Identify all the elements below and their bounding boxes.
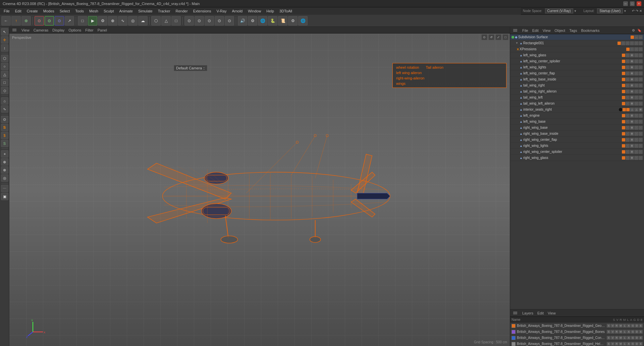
layer-item-3[interactable]: British_Airways_Boeing_787-8_Dreamliner_… (510, 341, 644, 346)
obj-item-tail_wing_right_aileron[interactable]: ▲ tail_wing_right_aileron · ⊠ · · (510, 89, 644, 95)
obj-ctrl-a-13[interactable]: · (626, 132, 630, 136)
obj-icon-1[interactable]: ⚙ (631, 28, 636, 33)
layer-icon-s-2[interactable]: S (607, 336, 610, 340)
layer-icon-d-2[interactable]: D (635, 336, 639, 340)
vp-ctrl-1[interactable]: ⊙ (481, 34, 487, 40)
menu-item-dtoall[interactable]: 3DToAll (277, 8, 294, 14)
obj-item-left_wing_lights[interactable]: ▲ left_wing_lights · ⊠ · · (510, 64, 644, 70)
obj-item-right_wing_glass[interactable]: ▲ right_wing_glass · ⊠ · · (510, 155, 644, 161)
layer-icon-e-2[interactable]: E (639, 336, 643, 340)
vp-ctrl-3[interactable]: ⤢ (495, 34, 501, 40)
obj-ctrl-d-8[interactable]: · (639, 102, 643, 106)
obj-ctrl-is1[interactable] (619, 108, 622, 111)
obj-item-left_wing_glass[interactable]: ▲ left_wing_glass · ⊠ · · (510, 52, 644, 58)
menu-item-window[interactable]: Window (246, 8, 263, 14)
layout-dropdown[interactable]: Startup (User) ▼ (597, 8, 627, 13)
obj-ctrl-d-14[interactable]: · (639, 138, 643, 142)
circle4-button[interactable]: ⊙ (205, 16, 214, 25)
obj-ctrl-a-3[interactable]: · (626, 71, 630, 75)
layer-icon-l-1[interactable]: L (623, 330, 627, 334)
obj-ctrl-r4[interactable]: · (630, 41, 634, 45)
obj-ctrl-color-13[interactable] (622, 132, 625, 135)
menu-item-arnold[interactable]: Arnold (229, 8, 245, 14)
circle5-button[interactable]: ⊙ (215, 16, 224, 25)
layer-icon-e-0[interactable]: E (639, 324, 643, 328)
obj-ctrl-a-12[interactable]: · (626, 126, 630, 130)
layers-menu-toggle[interactable] (512, 311, 518, 315)
viewport-display-menu[interactable]: Display (52, 28, 64, 32)
obj-ctrl-color-11[interactable] (622, 120, 625, 123)
obj-ctrl-b-5[interactable]: ⊠ (630, 83, 634, 88)
layer-icon-s-3[interactable]: S (607, 342, 610, 346)
layer-icon-r-3[interactable]: R (615, 342, 619, 346)
layer-icon-a-1[interactable]: A (627, 330, 631, 334)
python-button[interactable]: 🐍 (268, 16, 277, 25)
obj-ctrl-d-4[interactable]: · (639, 77, 643, 81)
layer-icon-a-3[interactable]: A (627, 342, 631, 346)
lt-circle[interactable]: ◎ (1, 174, 8, 182)
obj-ctrl-b-7[interactable]: ⊠ (630, 96, 634, 100)
lt-polygon[interactable]: ○ (1, 63, 8, 70)
obj-ctrl-d-13[interactable]: · (639, 132, 643, 136)
layer-icon-m-3[interactable]: M (619, 342, 623, 346)
layer-icon-l-2[interactable]: L (623, 336, 627, 340)
obj-ctrl-b-8[interactable]: ⊠ (630, 102, 634, 106)
layer-icon-v-1[interactable]: V (611, 330, 614, 334)
obj-ctrl-xp3[interactable]: · (634, 47, 638, 51)
obj-ctrl-color-12[interactable] (622, 126, 625, 129)
obj-ctrl-color-4[interactable] (622, 78, 625, 81)
rotate-z-button[interactable]: ⊙ (55, 16, 64, 25)
lt-target[interactable]: ⌖ (1, 150, 8, 158)
obj-ctrl-b-12[interactable]: ⊠ (630, 126, 634, 130)
layers-menu-item[interactable]: Layers (522, 311, 533, 315)
node-space-value[interactable]: Current (V-Ray) (545, 8, 573, 13)
obj-ctrl-d-1[interactable]: · (639, 59, 643, 63)
layer-icon-r-2[interactable]: R (615, 336, 619, 340)
circle2-button[interactable]: ⊙ (184, 16, 194, 25)
obj-icon-2[interactable]: 🔖 (637, 28, 642, 33)
layer-icon-e-1[interactable]: E (639, 330, 643, 334)
lt-s2[interactable]: S (1, 140, 8, 147)
menu-item-sculpt[interactable]: Sculpt (101, 8, 116, 14)
obj-item-right_wing_center_flap[interactable]: ▲ right_wing_center_flap · ⊠ · · (510, 137, 644, 143)
globe2-button[interactable]: 🌐 (298, 16, 308, 25)
obj-ctrl-color-16[interactable] (622, 150, 625, 154)
obj-ctrl-1[interactable] (631, 36, 634, 39)
obj-ctrl-color-7[interactable] (622, 96, 625, 99)
obj-ctrl-b-16[interactable]: ⊠ (630, 150, 634, 154)
maximize-button[interactable]: □ (630, 1, 635, 6)
lt-uv[interactable]: ◇ (1, 87, 8, 94)
obj-ctrl-color-0[interactable] (622, 54, 625, 57)
rotate-free-button[interactable]: ↗ (65, 16, 74, 25)
obj-ctrl-xp4[interactable]: · (639, 47, 643, 51)
obj-ctrl-c-17[interactable]: · (634, 156, 638, 160)
obj-ctrl-d-7[interactable]: · (639, 96, 643, 100)
lt-move[interactable]: ✛ (1, 36, 8, 44)
menu-item-create[interactable]: Create (24, 8, 40, 14)
obj-item-interior_seats_right[interactable]: ▲ interior_seats_right △ △ ⊠ (510, 107, 644, 113)
obj-ctrl-a-17[interactable]: · (626, 156, 630, 160)
rotate-y-button[interactable]: ⊙ (45, 16, 54, 25)
layout-value[interactable]: Startup (User) (597, 8, 623, 13)
obj-ctrl-r5[interactable]: · (634, 41, 638, 45)
viewport-canvas[interactable]: Perspective ⊙ ↺ ⤢ □ Default Camera :: wh… (9, 34, 510, 346)
obj-item-right_wing_center_sploiler[interactable]: ▲ right_wing_center_sploiler · ⊠ · · (510, 149, 644, 155)
lt-mirror[interactable]: ⊙ (1, 116, 8, 123)
obj-ctrl-c-8[interactable]: · (634, 102, 638, 106)
sq-button[interactable]: □ (171, 16, 181, 25)
obj-ctrl-d-10[interactable]: · (639, 114, 643, 118)
obj-ctrl-color-8[interactable] (622, 102, 625, 105)
layer-icon-s-0[interactable]: S (607, 324, 610, 328)
obj-ctrl-r2[interactable]: · (621, 41, 625, 45)
undo-button[interactable]: ← (1, 16, 11, 25)
obj-ctrl-d-15[interactable]: · (639, 144, 643, 148)
obj-ctrl-c-1[interactable]: · (634, 59, 638, 63)
obj-ctrl-c-12[interactable]: · (634, 126, 638, 130)
layer-icon-g-0[interactable]: G (631, 324, 635, 328)
obj-ctrl-c-10[interactable]: · (634, 114, 638, 118)
menu-item-help[interactable]: Help (264, 8, 276, 14)
obj-ctrl-d-5[interactable]: · (639, 83, 643, 88)
obj-ctrl-color-3[interactable] (622, 72, 625, 75)
vp-ctrl-2[interactable]: ↺ (488, 34, 494, 40)
obj-ctrl-c-4[interactable]: · (634, 77, 638, 81)
